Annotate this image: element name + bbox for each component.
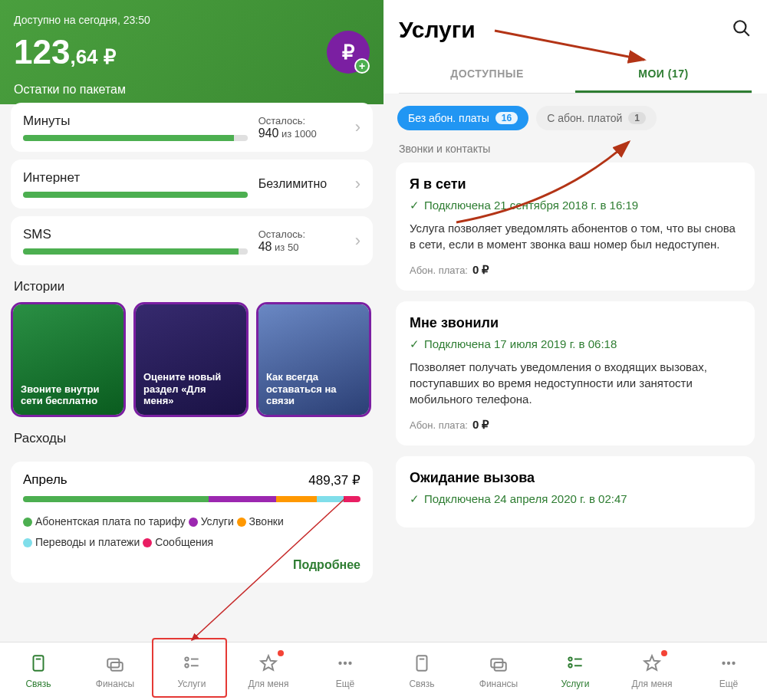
tab-label: Для меня [631, 679, 672, 689]
legend-item: Звонки [237, 515, 284, 527]
service-name: Ожидание вызова [410, 470, 741, 486]
services-icon [565, 653, 585, 675]
package-row[interactable]: МинутыОсталось:940 из 1000› [11, 103, 373, 152]
more-icon [719, 653, 739, 675]
service-fee: Абон. плата:0 ₽ [410, 418, 741, 432]
service-name: Мне звонили [410, 315, 741, 331]
package-name: Минуты [23, 113, 248, 129]
package-value: Осталось:48 из 50 [258, 228, 351, 254]
spend-more-link[interactable]: Подробнее [23, 558, 360, 572]
tab-связь[interactable]: Связь [0, 642, 77, 700]
tab-услуги[interactable]: Услуги [537, 642, 614, 700]
svg-rect-14 [417, 656, 427, 671]
service-fee: Абон. плата:0 ₽ [410, 263, 741, 277]
story-card[interactable]: Оцените новый раздел «Для меня» [133, 302, 249, 417]
story-caption: Звоните внутри сети бесплатно [21, 383, 116, 407]
tab-финансы[interactable]: Финансы [460, 642, 537, 700]
legend-item: Услуги [189, 515, 237, 527]
screen-services: Услуги ДОСТУПНЫЕ МОИ (17) Без абон. плат… [384, 0, 767, 700]
svg-point-6 [185, 664, 188, 667]
story-caption: Оцените новый раздел «Для меня» [143, 371, 239, 407]
search-button[interactable] [732, 18, 752, 41]
tab-label: Услуги [561, 679, 590, 689]
sim-icon [28, 653, 48, 675]
svg-point-20 [568, 664, 571, 667]
topup-button[interactable]: ₽ + [327, 31, 370, 74]
svg-point-8 [338, 662, 341, 665]
legend-item: Абонентская плата по тарифу [23, 515, 189, 527]
plus-icon: + [354, 58, 370, 74]
svg-point-9 [344, 662, 347, 665]
pill-with-fee[interactable]: С абон. платой 1 [536, 106, 657, 130]
star-icon [258, 653, 278, 675]
services-icon [182, 653, 202, 675]
tab-label: Услуги [178, 679, 206, 689]
pill-no-fee[interactable]: Без абон. платы 16 [397, 106, 528, 130]
svg-rect-0 [34, 656, 44, 671]
screen-main: Доступно на сегодня, 23:50 123,64 ₽ ₽ + … [0, 0, 384, 700]
svg-rect-17 [495, 662, 506, 671]
service-name: Я в сети [410, 176, 741, 192]
svg-rect-2 [107, 659, 119, 668]
package-name: SMS [23, 227, 248, 242]
service-description: Позволяет получать уведомления о входящи… [410, 359, 741, 407]
svg-point-18 [568, 657, 571, 660]
package-row[interactable]: SMSОсталось:48 из 50› [11, 216, 373, 265]
package-row[interactable]: ИнтернетБезлимитно › [11, 159, 373, 209]
balance-amount[interactable]: 123,64 ₽ [14, 33, 117, 71]
tab-ещё[interactable]: Ещё [690, 642, 767, 700]
package-value: Безлимитно [258, 177, 351, 191]
package-bar [23, 135, 248, 141]
tab-для меня[interactable]: Для меня [230, 642, 307, 700]
sim-icon [412, 653, 432, 675]
spend-legend: Абонентская плата по тарифу Услуги Звонк… [23, 511, 360, 552]
tab-финансы[interactable]: Финансы [77, 642, 153, 700]
page-title: Услуги [399, 17, 476, 43]
tab-my[interactable]: МОИ (17) [575, 57, 752, 93]
service-card[interactable]: Я в сетиПодключена 21 сентября 2018 г. в… [396, 163, 755, 291]
package-value: Осталось:940 из 1000 [258, 115, 351, 140]
package-bar [23, 248, 248, 255]
stories-title: Истории [14, 279, 370, 294]
tab-label: Для меня [248, 679, 288, 689]
tab-label: Финансы [96, 679, 134, 689]
svg-point-22 [722, 662, 725, 665]
cards-icon [489, 653, 509, 675]
service-connected: Подключена 21 сентября 2018 г. в 16:19 [410, 199, 741, 212]
more-icon [335, 653, 355, 675]
service-connected: Подключена 24 апреля 2020 г. в 02:47 [410, 492, 741, 506]
tab-available[interactable]: ДОСТУПНЫЕ [399, 57, 575, 93]
chevron-right-icon: › [355, 231, 360, 251]
svg-rect-3 [111, 662, 123, 671]
service-card[interactable]: Мне звонилиПодключена 17 июля 2019 г. в … [396, 301, 755, 445]
svg-point-10 [348, 662, 351, 665]
stories-row[interactable]: Звоните внутри сети бесплатноОцените нов… [0, 302, 384, 417]
spend-month: Апрель [23, 472, 67, 488]
filter-pills: Без абон. платы 16 С абон. платой 1 [384, 94, 767, 138]
tab-label: Ещё [719, 679, 739, 689]
tab-услуги[interactable]: Услуги [153, 642, 230, 700]
story-card[interactable]: Звоните внутри сети бесплатно [11, 302, 126, 417]
legend-item: Сообщения [143, 536, 213, 548]
story-card[interactable]: Как всегда оставаться на связи [256, 302, 371, 417]
package-name: Интернет [23, 170, 248, 186]
svg-point-24 [732, 662, 735, 665]
tab-связь[interactable]: Связь [384, 642, 460, 700]
service-description: Услуга позволяет уведомлять абонентов о … [410, 220, 741, 252]
svg-line-13 [744, 31, 749, 36]
search-icon [732, 18, 752, 38]
services-header: Услуги ДОСТУПНЫЕ МОИ (17) [384, 0, 767, 94]
tab-для меня[interactable]: Для меня [614, 642, 690, 700]
tab-ещё[interactable]: Ещё [307, 642, 384, 700]
spend-amount: 489,37 ₽ [308, 472, 360, 488]
package-bar [23, 192, 248, 198]
spend-card[interactable]: Апрель 489,37 ₽ Абонентская плата по тар… [11, 462, 373, 583]
tab-label: Финансы [479, 679, 518, 689]
service-connected: Подключена 17 июля 2019 г. в 06:18 [410, 337, 741, 351]
service-card[interactable]: Ожидание вызоваПодключена 24 апреля 2020… [396, 456, 755, 527]
svg-point-4 [185, 657, 188, 660]
tabbar: СвязьФинансыУслугиДля меняЕщё [0, 642, 384, 700]
legend-item: Переводы и платежи [23, 536, 143, 548]
svg-point-23 [727, 662, 730, 665]
notification-dot [278, 650, 284, 656]
